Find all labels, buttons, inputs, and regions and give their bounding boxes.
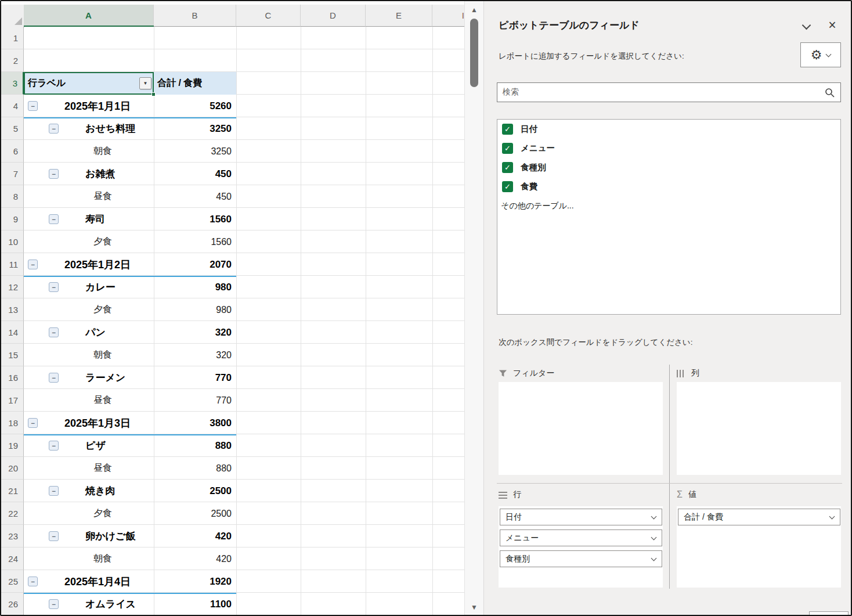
columns-drop-area[interactable]	[677, 382, 841, 475]
pivot-row-label[interactable]: 夕食	[93, 298, 112, 321]
row-header-24[interactable]: 24	[0, 547, 24, 570]
row-header-3[interactable]: 3	[0, 72, 24, 95]
row-header-18[interactable]: 18	[0, 412, 24, 434]
pivot-row-value[interactable]: 770	[216, 389, 232, 412]
pivot-row-label[interactable]: おせち料理	[85, 117, 135, 140]
pivot-row-value[interactable]: 980	[216, 298, 232, 321]
pivot-row-value[interactable]: 770	[215, 366, 232, 389]
column-header-I[interactable]: I	[432, 5, 466, 27]
pivot-row-label[interactable]: 昼食	[93, 185, 112, 208]
pivot-row-label[interactable]: 朝食	[93, 344, 112, 366]
collapse-button[interactable]: −	[49, 124, 59, 134]
pivot-row-label[interactable]: 昼食	[93, 457, 112, 480]
collapse-button[interactable]: −	[49, 486, 59, 496]
pivot-row-label[interactable]: ラーメン	[85, 366, 125, 389]
row-header-13[interactable]: 13	[0, 298, 24, 321]
pivot-row-label[interactable]: 2025年1月2日	[64, 253, 131, 276]
chevron-down-icon[interactable]	[651, 514, 657, 520]
pivot-row-value[interactable]: 450	[215, 163, 232, 185]
rows-pill-日付[interactable]: 日付	[500, 509, 662, 525]
checkbox-checked-icon[interactable]: ✓	[502, 181, 513, 192]
row-header-1[interactable]: 1	[0, 27, 24, 49]
rows-pill-メニュー[interactable]: メニュー	[500, 529, 662, 546]
pivot-row-value[interactable]: 1560	[211, 230, 232, 253]
rows-pill-食種別[interactable]: 食種別	[500, 550, 662, 567]
select-all-corner[interactable]	[0, 5, 24, 27]
pivot-row-label[interactable]: 焼き肉	[85, 480, 115, 502]
pivot-row-label[interactable]: ピザ	[85, 434, 106, 457]
pivot-row-label[interactable]: 卵かけご飯	[85, 525, 135, 547]
pivot-row-value[interactable]: 980	[215, 276, 232, 298]
row-header-25[interactable]: 25	[0, 570, 24, 593]
row-header-16[interactable]: 16	[0, 366, 24, 389]
scroll-down-icon[interactable]: ▼	[465, 603, 483, 611]
scrollbar-thumb[interactable]	[470, 19, 478, 87]
pivot-row-label[interactable]: オムライス	[85, 593, 136, 615]
row-header-26[interactable]: 26	[0, 593, 24, 615]
pivot-row-value[interactable]: 450	[216, 185, 232, 208]
collapse-button[interactable]: −	[49, 531, 59, 541]
row-header-22[interactable]: 22	[0, 502, 24, 525]
field-list[interactable]: ✓日付✓メニュー✓食種別✓食費 その他のテーブル...	[497, 119, 841, 315]
row-header-5[interactable]: 5	[0, 117, 24, 140]
row-header-19[interactable]: 19	[0, 434, 24, 457]
checkbox-checked-icon[interactable]: ✓	[502, 124, 513, 135]
pane-collapse-button[interactable]	[800, 22, 813, 33]
pivot-row-label[interactable]: パン	[85, 321, 106, 344]
pivot-row-value[interactable]: 420	[215, 525, 232, 547]
row-header-9[interactable]: 9	[0, 208, 24, 230]
pivot-row-label[interactable]: 夕食	[93, 502, 112, 525]
rows-drop-area[interactable]: 日付メニュー食種別	[499, 506, 663, 588]
pivot-row-value[interactable]: 1920	[210, 570, 232, 593]
collapse-button[interactable]: −	[49, 327, 59, 337]
pivot-row-value[interactable]: 320	[215, 321, 232, 344]
collapse-button[interactable]: −	[28, 418, 38, 428]
row-header-6[interactable]: 6	[0, 140, 24, 163]
collapse-button[interactable]: −	[49, 373, 59, 383]
row-header-21[interactable]: 21	[0, 480, 24, 502]
pivot-row-label[interactable]: 昼食	[93, 389, 112, 412]
pivot-row-value[interactable]: 2500	[210, 480, 232, 502]
row-header-10[interactable]: 10	[0, 230, 24, 253]
pivot-row-label[interactable]: 2025年1月4日	[64, 570, 131, 593]
fill-handle[interactable]	[151, 92, 156, 96]
row-header-7[interactable]: 7	[0, 163, 24, 185]
row-header-11[interactable]: 11	[0, 253, 24, 276]
pivot-row-value[interactable]: 320	[216, 344, 232, 366]
column-header-A[interactable]: A	[24, 5, 154, 27]
checkbox-checked-icon[interactable]: ✓	[502, 143, 513, 154]
pivot-row-label[interactable]: 2025年1月1日	[64, 95, 131, 117]
pivot-row-value[interactable]: 2500	[211, 502, 232, 525]
column-header-D[interactable]: D	[301, 5, 366, 27]
row-header-17[interactable]: 17	[0, 389, 24, 412]
row-header-15[interactable]: 15	[0, 344, 24, 366]
column-header-B[interactable]: B	[154, 5, 236, 27]
row-header-14[interactable]: 14	[0, 321, 24, 344]
row-header-12[interactable]: 12	[0, 276, 24, 298]
vertical-scrollbar[interactable]: ▲ ▼	[464, 1, 483, 615]
pivot-row-label[interactable]: 朝食	[93, 547, 112, 570]
column-header-E[interactable]: E	[366, 5, 432, 27]
pivot-row-label[interactable]: 2025年1月3日	[64, 412, 131, 434]
pivot-row-value[interactable]: 880	[216, 457, 232, 480]
collapse-button[interactable]: −	[28, 577, 38, 586]
collapse-button[interactable]: −	[28, 260, 38, 269]
collapse-button[interactable]: −	[49, 169, 59, 179]
tools-button[interactable]: ⚙	[800, 42, 841, 67]
row-header-4[interactable]: 4	[0, 95, 24, 117]
pivot-row-value[interactable]: 1560	[210, 208, 232, 230]
pivot-row-value[interactable]: 1100	[210, 593, 232, 615]
pivot-value-header[interactable]: 合計 / 食費	[157, 72, 202, 95]
spreadsheet[interactable]: ABCDEI 123456789101112131415161718192021…	[0, 0, 464, 616]
collapse-button[interactable]: −	[49, 441, 59, 451]
pivot-row-label[interactable]: カレー	[85, 276, 115, 298]
pivot-row-label[interactable]: お雑煮	[85, 163, 115, 185]
collapse-button[interactable]: −	[49, 282, 59, 292]
collapse-button[interactable]: −	[28, 101, 38, 111]
pane-close-button[interactable]: ×	[825, 17, 839, 33]
pivot-row-label[interactable]: 夕食	[93, 230, 112, 253]
pivot-row-value[interactable]: 3250	[211, 140, 232, 163]
field-item-食費[interactable]: ✓食費	[497, 177, 840, 196]
scroll-up-icon[interactable]: ▲	[465, 6, 483, 14]
collapse-button[interactable]: −	[49, 599, 59, 609]
